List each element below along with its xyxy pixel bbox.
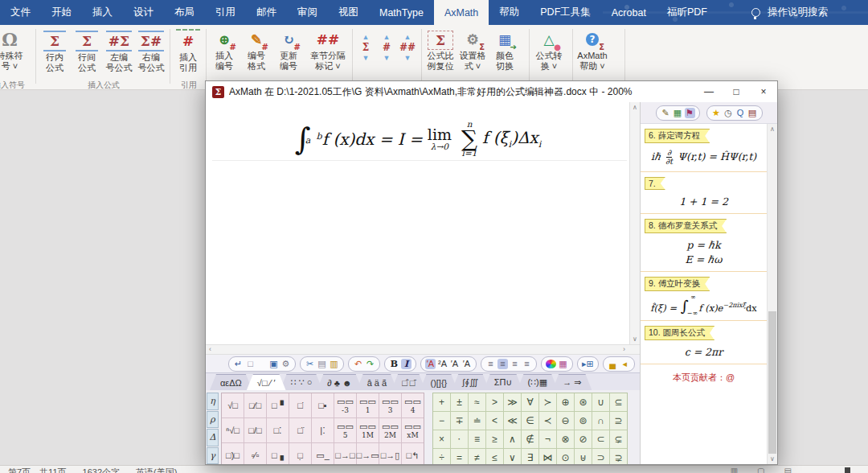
palette-tab[interactable]: αεΔΩ xyxy=(210,374,252,390)
ribbon-tab[interactable]: 开始 xyxy=(41,0,82,25)
formula-tag[interactable]: 9. 傅立叶变换 xyxy=(645,277,710,291)
ribbon-tab[interactable]: 引用 xyxy=(205,0,246,25)
palette-tab[interactable]: â ä ã xyxy=(357,374,397,390)
bookmark-tab-icon[interactable]: ⚑ xyxy=(685,108,695,118)
ribbon-tab[interactable]: AxMath xyxy=(434,0,489,25)
scroll-down-icon[interactable]: ∨ xyxy=(768,455,777,463)
copy-icon[interactable]: ▤ xyxy=(317,359,327,369)
recent-symbol-cell[interactable]: Δ xyxy=(207,429,219,446)
settings-gear-icon[interactable]: ⚙ xyxy=(280,359,291,369)
recent-symbol-cell[interactable]: η xyxy=(207,393,219,410)
template-cell[interactable]: ▭▭5 xyxy=(334,418,356,442)
zoom-slider-handle[interactable] xyxy=(845,467,850,473)
scroll-left-icon[interactable]: ‹ xyxy=(209,345,211,353)
operator-cell[interactable]: ≫ xyxy=(504,393,521,411)
section-break-mark-button[interactable]: ## 章节分隔标记 ˅ xyxy=(305,27,351,71)
template-cell[interactable]: □⁄□ xyxy=(244,393,266,417)
palette-icon[interactable]: ▦ xyxy=(558,359,568,369)
operator-cell[interactable]: ∧ xyxy=(504,430,521,448)
library-books-icon[interactable]: ▤ xyxy=(747,108,758,118)
template-cell[interactable]: □̇ xyxy=(289,393,311,417)
operator-cell[interactable]: ≪ xyxy=(504,412,521,430)
formula-tag[interactable]: 7. xyxy=(645,177,665,190)
category-grid-icon[interactable]: ▦ xyxy=(673,108,683,118)
script-style-4-button[interactable]: ′A xyxy=(461,359,472,369)
operator-cell[interactable]: ≈ xyxy=(469,393,485,411)
palette-tab[interactable]: □̂ □̄ xyxy=(391,374,425,390)
operator-cell[interactable]: > xyxy=(486,393,503,411)
formula-item-8[interactable]: 8. 德布罗意关系式 p = ℏk E = ℏω xyxy=(641,214,767,272)
operator-cell[interactable]: ⊋ xyxy=(610,449,627,464)
formula-scale-reset-button[interactable]: Σ 公式比例复位 xyxy=(424,27,457,71)
tell-me-search[interactable]: 操作说明搜索 xyxy=(751,0,828,25)
operator-cell[interactable]: ∨ xyxy=(504,449,521,464)
ribbon-tab[interactable]: 福昕PDF xyxy=(657,0,718,25)
operator-cell[interactable]: = xyxy=(451,449,468,464)
operator-cell[interactable]: ⊆ xyxy=(610,393,627,411)
save-icon[interactable]: ▣ xyxy=(268,359,279,369)
operator-cell[interactable]: ⊎ xyxy=(575,449,592,464)
insert-number-button[interactable]: ⊕# 插入编号 xyxy=(208,27,240,71)
operator-cell[interactable]: ∓ xyxy=(451,412,468,430)
new-doc-icon[interactable]: □ xyxy=(245,359,256,369)
operator-cell[interactable]: ≡ xyxy=(469,430,485,448)
operator-cell[interactable]: ⊛ xyxy=(575,393,592,411)
recent-symbol-cell[interactable]: ρ xyxy=(207,411,219,429)
formula-item-9[interactable]: 9. 傅立叶变换 f̂(ξ) = ∫∞−∞ f (x)e−2πixξdx xyxy=(641,272,767,321)
right-numbered-formula-button[interactable]: Σ# 右编号公式 xyxy=(135,27,167,72)
cut-icon[interactable]: ✂ xyxy=(305,359,315,369)
recent-symbol-cell[interactable]: γ xyxy=(207,447,219,465)
operator-cell[interactable]: × xyxy=(433,430,450,448)
favorites-star-icon[interactable]: ★ xyxy=(711,108,722,118)
minimize-button[interactable]: — xyxy=(695,84,723,99)
align-left-icon[interactable]: ≡ xyxy=(485,359,496,369)
briefcase-icon[interactable]: ▄ xyxy=(608,359,618,369)
update-number-button[interactable]: ↻# 更新编号 xyxy=(272,27,305,71)
template-cell[interactable]: ▫⁄▫ xyxy=(244,443,266,464)
template-cell[interactable]: □▝ xyxy=(267,393,289,417)
operator-cell[interactable]: ≻ xyxy=(539,393,556,411)
formula-tag[interactable]: 6. 薛定谔方程 xyxy=(645,129,710,143)
template-cell[interactable]: ▭_ xyxy=(312,443,334,464)
formula-item-7[interactable]: 7. 1 + 1 = 2 xyxy=(641,172,767,214)
word-count[interactable]: 1632个字 xyxy=(83,467,120,473)
read-mode-icon[interactable]: ▥ xyxy=(731,467,738,473)
operator-cell[interactable]: ≐ xyxy=(469,412,485,430)
palette-tab[interactable]: ΣΠ∪ xyxy=(484,374,523,390)
script-style-1-button[interactable]: ′A xyxy=(425,359,436,369)
ribbon-tab[interactable]: 布局 xyxy=(164,0,205,25)
ribbon-tab[interactable]: 设计 xyxy=(123,0,164,25)
template-cell[interactable]: □̣ xyxy=(289,443,311,464)
operator-cell[interactable]: ≥ xyxy=(486,430,503,448)
print-layout-icon[interactable]: ▢ xyxy=(757,467,764,473)
down-triangle-icon[interactable]: ▼ xyxy=(404,53,411,64)
operator-cell[interactable]: ⊊ xyxy=(610,430,627,448)
ribbon-tab[interactable]: Acrobat xyxy=(601,0,657,25)
template-cell[interactable]: □▪ xyxy=(312,393,334,417)
template-cell[interactable]: □/□ xyxy=(244,418,266,442)
color-wheel-icon[interactable] xyxy=(546,360,556,368)
axmath-help-button[interactable]: ?Σ AxMath帮助 ˅ xyxy=(576,27,608,71)
operator-cell[interactable]: ¬ xyxy=(539,430,556,448)
inline-formula-button[interactable]: Σ 行内公式 xyxy=(39,27,71,72)
palette-tab[interactable]: ∷ ∵ ○ xyxy=(280,374,323,390)
formula-tag[interactable]: 8. 德布罗意关系式 xyxy=(645,219,727,233)
align-distribute-icon[interactable]: ≡ xyxy=(522,359,532,369)
ribbon-tab[interactable]: 邮件 xyxy=(246,0,287,25)
template-cell[interactable]: □→□ xyxy=(334,443,356,464)
operator-cell[interactable]: − xyxy=(433,412,450,430)
palette-tab[interactable]: (∷)▦ xyxy=(517,374,558,390)
palette-tab[interactable]: ∂ ♣ ☻ xyxy=(317,374,362,390)
template-cell[interactable]: □)□ xyxy=(222,443,244,464)
set-format-button[interactable]: ⚙Σ 设置格式 ˅ xyxy=(457,27,489,71)
operator-cell[interactable]: ≤ xyxy=(486,449,503,464)
ribbon-tab[interactable]: MathType xyxy=(369,0,434,25)
operator-cell[interactable]: ∩ xyxy=(592,412,609,430)
language-indicator[interactable]: 英语(美国) xyxy=(136,467,177,473)
operator-cell[interactable]: ⊇ xyxy=(610,412,627,430)
undo-icon[interactable]: ↶ xyxy=(353,359,363,369)
operator-cell[interactable]: ⊃ xyxy=(592,449,609,464)
down-triangle-icon[interactable]: ▼ xyxy=(383,53,391,64)
template-cell[interactable]: √□ xyxy=(222,393,244,417)
template-cell[interactable]: ▭▭xM xyxy=(402,418,424,442)
